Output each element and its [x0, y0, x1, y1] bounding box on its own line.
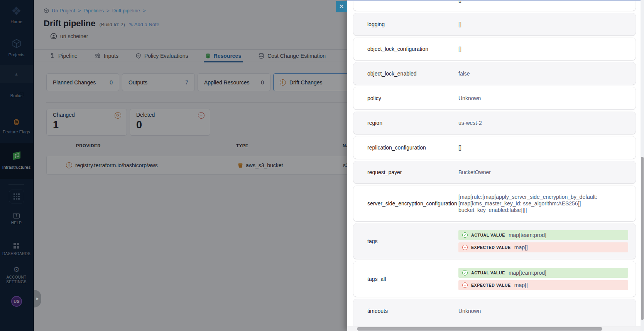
attribute-key: region	[367, 120, 382, 126]
attribute-value: []	[458, 144, 461, 151]
attribute-key: replication_configuration	[367, 144, 426, 151]
attribute-row-object-lock-enabled: object_lock_enabled false	[353, 62, 636, 85]
drift-comparison: ✓ ACTUAL VALUE map[team:prod] − EXPECTED…	[458, 268, 628, 290]
close-icon: ✕	[339, 3, 344, 10]
attribute-row-tags: tags ✓ ACTUAL VALUE map[team:prod] − EXP…	[353, 223, 636, 259]
modal-overlay[interactable]	[0, 0, 347, 331]
attribute-value: BucketOwner	[458, 169, 491, 175]
attribute-row-region: region us-west-2	[353, 112, 636, 134]
actual-value: map[team:prod]	[509, 270, 546, 276]
minus-circle-icon: −	[462, 245, 468, 250]
attribute-row-logging: logging []	[353, 13, 636, 35]
actual-value-label: ACTUAL VALUE	[471, 271, 505, 275]
attribute-key: server_side_encryption_configuration	[367, 200, 457, 207]
attribute-value: []	[458, 46, 461, 52]
vertical-scrollbar[interactable]	[641, 0, 644, 331]
attribute-row-tags-all: tags_all ✓ ACTUAL VALUE map[team:prod] −…	[353, 261, 636, 297]
attribute-value: false	[458, 71, 470, 77]
attribute-value: us-west-2	[458, 120, 482, 126]
attribute-value: Unknown	[458, 95, 481, 101]
app-root: ❖ Home Projects ▲ Builds ⚑ Feature Flags	[0, 0, 644, 331]
attribute-key: request_payer	[367, 169, 402, 175]
drawer-top-accent	[347, 0, 641, 1]
attribute-key: object_lock_configuration	[367, 46, 428, 52]
attribute-row-server-side-encryption: server_side_encryption_configuration [ma…	[353, 186, 636, 221]
chevron-right-icon: ▶	[36, 297, 39, 301]
check-circle-icon: ✓	[462, 270, 468, 276]
expected-value: map[]	[514, 282, 528, 288]
expected-value-bar: − EXPECTED VALUE map[]	[458, 242, 628, 252]
attribute-key: object_lock_enabled	[367, 71, 417, 77]
attribute-key: tags	[367, 238, 377, 244]
attribute-row-clipped: []	[353, 0, 636, 11]
attribute-key: logging	[367, 21, 385, 27]
vertical-scrollbar-thumb[interactable]	[641, 157, 644, 320]
expected-value-label: EXPECTED VALUE	[471, 245, 511, 250]
expected-value-label: EXPECTED VALUE	[471, 283, 511, 287]
actual-value: map[team:prod]	[509, 232, 546, 238]
attribute-list: [] logging [] object_lock_configuration …	[353, 0, 636, 331]
minus-circle-icon: −	[462, 282, 468, 288]
attribute-key: tags_all	[367, 276, 386, 282]
drawer-close-button[interactable]: ✕	[336, 1, 347, 12]
attribute-key: timeouts	[367, 308, 388, 314]
attribute-row-policy: policy Unknown	[353, 87, 636, 109]
attribute-key: policy	[367, 95, 381, 101]
expected-value: map[]	[514, 244, 528, 250]
attribute-value: [map[rule:[map[apply_server_side_encrypt…	[458, 194, 613, 213]
horizontal-scrollbar-thumb[interactable]	[357, 327, 602, 331]
actual-value-bar: ✓ ACTUAL VALUE map[team:prod]	[458, 230, 628, 240]
check-circle-icon: ✓	[462, 232, 468, 238]
actual-value-label: ACTUAL VALUE	[471, 233, 505, 237]
horizontal-scrollbar[interactable]	[347, 326, 641, 331]
actual-value-bar: ✓ ACTUAL VALUE map[team:prod]	[458, 268, 628, 278]
expected-value-bar: − EXPECTED VALUE map[]	[458, 280, 628, 290]
attribute-row-request-payer: request_payer BucketOwner	[353, 161, 636, 183]
attribute-value: []	[458, 21, 461, 27]
attribute-value: Unknown	[458, 308, 481, 314]
attribute-row-object-lock-configuration: object_lock_configuration []	[353, 38, 636, 60]
drift-comparison: ✓ ACTUAL VALUE map[team:prod] − EXPECTED…	[458, 230, 628, 252]
resource-detail-drawer: [] logging [] object_lock_configuration …	[347, 0, 644, 331]
attribute-row-replication-configuration: replication_configuration []	[353, 136, 636, 159]
